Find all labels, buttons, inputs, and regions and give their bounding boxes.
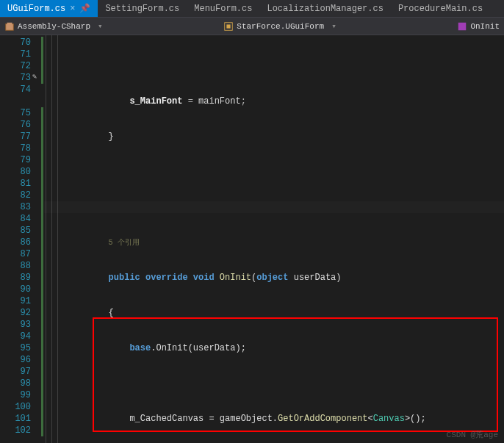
method-icon bbox=[457, 21, 467, 32]
member-dropdown[interactable]: OnInit bbox=[457, 21, 500, 32]
watermark: CSDN @荒age bbox=[447, 429, 498, 440]
svg-rect-4 bbox=[458, 22, 467, 30]
code-line bbox=[44, 60, 504, 72]
code-line bbox=[44, 166, 504, 178]
close-icon[interactable]: × bbox=[70, 4, 75, 14]
assembly-dropdown[interactable]: Assembly-CSharp bbox=[4, 21, 90, 32]
dropdown-arrow-icon[interactable]: ▾ bbox=[95, 21, 106, 31]
class-icon bbox=[223, 21, 234, 32]
code-line: m_CachedCanvas = gameObject.GetOrAddComp… bbox=[44, 413, 504, 425]
edit-indicator-icon: ✎ bbox=[32, 72, 37, 81]
svg-rect-1 bbox=[7, 22, 12, 24]
line-number-gutter: 7071727374 75767778798081828384858687888… bbox=[0, 35, 44, 443]
tab-proceduremain[interactable]: ProcedureMain.cs bbox=[391, 0, 490, 17]
tab-localizationmanager[interactable]: LocalizationManager.cs bbox=[259, 0, 390, 17]
code-line: public override void OnInit(object userD… bbox=[44, 272, 504, 284]
code-area[interactable]: s_MainFont = mainFont; } 5 个引用 public ov… bbox=[44, 35, 504, 443]
change-bar bbox=[41, 37, 43, 84]
code-line: base.OnInit(userData); bbox=[44, 342, 504, 354]
class-dropdown[interactable]: StarForce.UGuiForm bbox=[223, 21, 324, 32]
tab-menuform[interactable]: MenuForm.cs bbox=[187, 0, 259, 17]
assembly-icon bbox=[4, 21, 15, 32]
code-line bbox=[44, 378, 504, 389]
tab-uguiform[interactable]: UGuiForm.cs×📌 bbox=[0, 0, 98, 17]
svg-rect-3 bbox=[227, 24, 231, 28]
pin-icon[interactable]: 📌 bbox=[79, 3, 90, 14]
navigation-bar: Assembly-CSharp ▾ StarForce.UGuiForm ▾ O… bbox=[0, 18, 504, 35]
svg-rect-0 bbox=[6, 24, 14, 30]
code-editor[interactable]: 7071727374 75767778798081828384858687888… bbox=[0, 35, 504, 443]
codelens[interactable]: 5 个引用 bbox=[44, 237, 504, 248]
class-label: StarForce.UGuiForm bbox=[237, 22, 324, 31]
code-line: { bbox=[44, 307, 504, 319]
change-bar bbox=[41, 107, 43, 436]
code-line: } bbox=[44, 131, 504, 143]
dropdown-arrow-icon[interactable]: ▾ bbox=[328, 21, 339, 31]
assembly-label: Assembly-CSharp bbox=[18, 22, 90, 31]
code-line: s_MainFont = mainFont; bbox=[44, 96, 504, 107]
member-label: OnInit bbox=[470, 22, 500, 31]
code-line bbox=[44, 201, 504, 213]
tab-settingform[interactable]: SettingForm.cs bbox=[98, 0, 187, 17]
tab-bar: UGuiForm.cs×📌 SettingForm.cs MenuForm.cs… bbox=[0, 0, 504, 18]
